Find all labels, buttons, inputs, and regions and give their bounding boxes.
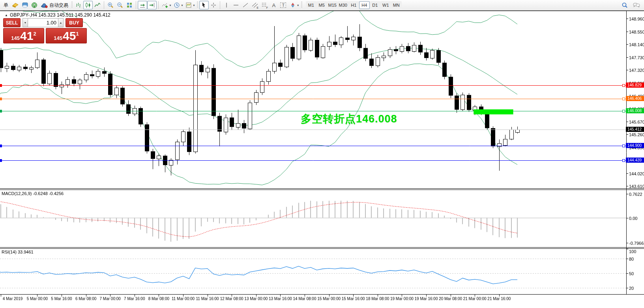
timeframe-D1[interactable]: D1 (370, 1, 380, 9)
buy-price-pip: 1 (76, 31, 79, 37)
timeframe-M30[interactable]: M30 (338, 1, 348, 9)
bar-chart-icon[interactable] (74, 1, 83, 9)
fibo-letter: F (266, 6, 268, 9)
volume-up-button[interactable]: ▲ (58, 18, 64, 27)
timeframe-MN[interactable]: MN (391, 1, 402, 9)
timeframe-W1[interactable]: W1 (380, 1, 391, 9)
price-axis-label: 148.140 (629, 42, 644, 47)
sell-price-button[interactable]: 145412 (3, 28, 44, 43)
auto-scroll-icon[interactable] (138, 1, 147, 9)
time-axis-label: 21 Mar 00:00 (461, 297, 488, 301)
sell-price-pip: 2 (33, 31, 36, 37)
collapse-arrow-icon[interactable]: ▲ (5, 13, 8, 17)
cursor-icon[interactable] (199, 1, 209, 9)
indicators-dropdown-icon[interactable]: ▼ (169, 4, 172, 7)
vertical-line-icon[interactable] (222, 1, 231, 9)
price-axis-label: 144.020 (629, 171, 644, 176)
templates-icon[interactable] (184, 1, 193, 9)
trendline-icon[interactable] (241, 1, 250, 9)
time-axis-label: 19 Mar 00:00 (388, 297, 415, 301)
price-tag-144.439: 144.439 (626, 158, 644, 163)
new-order-label: 单 (4, 2, 8, 9)
chart-canvas[interactable] (0, 0, 644, 308)
chart-annotation-text[interactable]: 多空转折点146.008 (301, 112, 397, 126)
sell-price-prefix: 145 (11, 35, 20, 41)
horizontal-line-icon[interactable] (231, 1, 241, 9)
new-order-button[interactable]: 单 (1, 1, 11, 9)
time-axis-label: 5 Mar 16:00 (48, 297, 75, 301)
timeframe-M15[interactable]: M15 (327, 1, 338, 9)
toolbar-grip (197, 2, 198, 9)
time-axis-label: 12 Mar 08:00 (218, 297, 245, 301)
time-axis-label: 13 Mar 16:00 (267, 297, 294, 301)
rsi-axis-label: 100 (629, 249, 644, 254)
chart-title: GBPJPY-,H4 145.323 145.511 145.290 145.4… (10, 12, 110, 18)
price-tag-145.412: 145.412 (626, 127, 644, 132)
time-axis-label: 18 Mar 08:00 (364, 297, 391, 301)
buy-button[interactable]: BUY (66, 18, 83, 27)
arrows-icon[interactable] (288, 1, 298, 9)
chart-shift-icon[interactable] (147, 1, 157, 9)
timeframe-H1[interactable]: H1 (348, 1, 359, 9)
macd-axis-label: 0.7622 (629, 192, 644, 197)
text-label-icon[interactable]: T (279, 1, 288, 9)
volume-stepper: ▼ ▲ (22, 18, 64, 27)
toolbar-separator (158, 1, 159, 9)
timeframe-H4[interactable]: H4 (359, 1, 370, 9)
search-icon[interactable] (620, 1, 629, 9)
autotrade-button[interactable]: 自动交易 (39, 1, 70, 9)
time-axis-label: 8 Mar 08:00 (145, 297, 172, 301)
rsi-axis-label: 80 (629, 257, 644, 261)
toolbar-grip (71, 2, 73, 9)
price-axis-label: 143.610 (629, 184, 644, 189)
timeframe-M5[interactable]: M5 (316, 1, 327, 9)
autotrade-label: 自动交易 (49, 2, 68, 9)
metaeditor-icon[interactable] (20, 1, 30, 9)
price-tag-146.406: 146.406 (626, 96, 644, 101)
volume-down-button[interactable]: ▼ (22, 18, 28, 27)
buy-price-button[interactable]: 145451 (46, 28, 87, 43)
timeframe-group: M1M5M15M30H1H4D1W1MN (306, 1, 402, 9)
sell-price-main: 41 (20, 29, 33, 43)
indicators-icon[interactable] (160, 1, 170, 9)
zoom-out-icon[interactable] (115, 1, 125, 9)
macd-indicator-label: MACD(12,26,9) -0.6248 -0.4256 (2, 191, 64, 196)
timeframe-M1[interactable]: M1 (306, 1, 316, 9)
toolbar-separator (220, 1, 220, 9)
crosshair-icon[interactable] (209, 1, 218, 9)
time-axis-label: 14 Mar 08:00 (291, 297, 318, 301)
tile-windows-icon[interactable] (125, 1, 134, 9)
one-click-trade-panel: SELL ▼ ▲ BUY 145412 145451 (3, 18, 87, 43)
periods-icon[interactable] (172, 1, 182, 9)
signals-icon[interactable] (30, 1, 39, 9)
line-chart-icon[interactable] (93, 1, 102, 9)
price-tag-144.900: 144.900 (626, 143, 644, 148)
fibonacci-icon[interactable]: F (260, 1, 269, 9)
toolbar-separator (104, 1, 104, 9)
autotrade-icon (41, 2, 48, 8)
sell-button[interactable]: SELL (3, 18, 21, 27)
buy-price-main: 45 (63, 29, 76, 43)
time-axis-label: 6 Mar 08:00 (73, 297, 99, 301)
candlestick-chart-icon[interactable] (83, 1, 93, 9)
rsi-axis-label: 50 (629, 271, 644, 276)
templates-dropdown-icon[interactable]: ▼ (193, 4, 195, 7)
text-tool-glyph: A (272, 2, 275, 8)
time-axis-label: 7 Mar 16:00 (121, 297, 148, 301)
macd-axis-label: 0.00 (629, 216, 644, 221)
arrows-dropdown-icon[interactable]: ▼ (297, 4, 300, 7)
time-axis-label: 7 Mar 00:00 (97, 297, 124, 301)
chat-icon[interactable] (632, 1, 641, 9)
time-axis-label: 21 Mar 16:00 (486, 297, 513, 301)
time-axis-label: 4 Mar 2019 (0, 297, 26, 301)
main-toolbar: 单 自动交易 ▼ ▼ ▼ E F A T ▼ M1M5M15M30H1H4D1W… (0, 0, 644, 11)
zoom-in-icon[interactable] (106, 1, 115, 9)
toolbar-grip (301, 2, 302, 9)
price-axis-label: 147.320 (629, 68, 644, 73)
volume-input[interactable] (28, 18, 58, 27)
equidistant-channel-icon[interactable]: E (250, 1, 260, 9)
buy-price-prefix: 145 (54, 35, 62, 41)
gold-book-icon[interactable] (11, 1, 20, 9)
text-icon[interactable]: A (269, 1, 279, 9)
periods-dropdown-icon[interactable]: ▼ (181, 4, 183, 7)
